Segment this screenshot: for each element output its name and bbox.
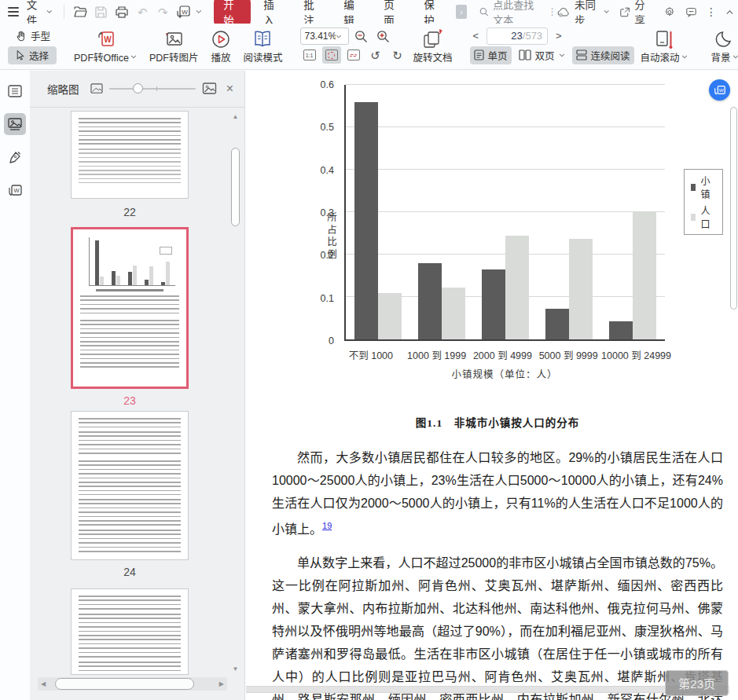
mini-chart xyxy=(89,237,175,286)
large-thumbnail-icon xyxy=(202,82,217,95)
feedback-icon[interactable] xyxy=(686,6,696,18)
pdf-to-office-label: PDF转Office xyxy=(74,49,129,64)
thumbnail-panel-icon[interactable] xyxy=(4,113,26,135)
reading-mode-label: 阅读模式 xyxy=(243,49,282,64)
previous-page-button[interactable]: < xyxy=(470,30,483,42)
fit-page-button[interactable] xyxy=(322,46,341,64)
svg-text:W: W xyxy=(13,187,20,194)
undo-icon[interactable]: ↶ xyxy=(134,2,151,21)
sidebar-horizontal-scrollbar[interactable]: ◀ ▶ xyxy=(38,677,227,691)
chevron-down-icon[interactable] xyxy=(196,9,202,14)
thumbnail-page-23[interactable] xyxy=(71,227,189,389)
hand-tool-button[interactable]: 手型 xyxy=(8,27,57,45)
share-icon[interactable] xyxy=(620,6,630,18)
search-box[interactable]: 点此查找文本 ⋮ xyxy=(479,0,557,27)
auto-scroll-button[interactable]: 自动滚动 xyxy=(634,25,694,66)
chart-bar xyxy=(633,212,656,339)
legend-marker xyxy=(691,214,696,221)
print-icon[interactable] xyxy=(113,2,130,21)
more-options-icon[interactable]: ⋮ xyxy=(706,6,717,17)
play-button[interactable]: 播放 xyxy=(204,25,237,66)
double-page-button[interactable]: 双页 xyxy=(515,46,569,64)
fit-width-button[interactable] xyxy=(344,46,363,64)
chart-xlabels: 不到 10001000 到 19992000 到 49995000 到 9999… xyxy=(338,347,671,362)
y-tick-label: 0.4 xyxy=(321,165,334,176)
collapse-ribbon-icon[interactable] xyxy=(726,9,733,15)
zoom-level-input[interactable] xyxy=(301,31,336,42)
more-tabs-button[interactable]: › xyxy=(456,5,467,19)
svg-text:W: W xyxy=(718,87,723,93)
thumbnail-page-22[interactable] xyxy=(71,111,189,199)
redo-icon[interactable]: ↷ xyxy=(154,2,171,21)
figure-caption: 图1.1 非城市小镇按人口的分布 xyxy=(272,414,723,430)
scroll-right-icon[interactable]: ▶ xyxy=(219,680,224,687)
select-tool-button[interactable]: 选择 xyxy=(8,46,57,64)
document-scrollbar-thumb[interactable] xyxy=(730,107,737,310)
search-options-icon[interactable]: ⋮ xyxy=(548,7,557,16)
thumbnail-size-slider[interactable] xyxy=(109,88,196,90)
app-window: 文件 ↶ ↷ W 开始 插入 批注 编辑 页面 保护 › 点此查找文本 ⋮ xyxy=(0,0,738,700)
chart-bar xyxy=(378,293,402,339)
rotate-document-button[interactable]: 旋转文档 xyxy=(407,25,459,66)
actual-size-button[interactable]: 1:1 xyxy=(300,46,319,64)
open-folder-icon[interactable] xyxy=(72,2,90,21)
bar-group xyxy=(601,85,665,339)
zoom-out-button[interactable] xyxy=(352,27,371,45)
outline-panel-icon[interactable] xyxy=(4,80,26,102)
single-page-button[interactable]: 单页 xyxy=(470,46,512,64)
to-word-panel-icon[interactable]: W xyxy=(4,179,26,201)
sidebar-title: 缩略图 xyxy=(47,81,79,97)
pdf-to-image-icon xyxy=(163,28,184,49)
pdf-to-office-button[interactable]: W PDF转Office xyxy=(68,25,143,66)
thumbnail-label-23: 23 xyxy=(71,394,189,407)
page-number-box[interactable]: /573 xyxy=(486,27,548,45)
chevron-down-icon[interactable] xyxy=(336,35,342,38)
mini-bar-group xyxy=(95,237,104,285)
legend-marker xyxy=(691,184,696,191)
reading-mode-button[interactable]: 阅读模式 xyxy=(237,25,288,66)
footnote-link[interactable]: 19 xyxy=(322,521,332,530)
scroll-left-icon[interactable]: ◀ xyxy=(41,680,46,687)
chart-bar xyxy=(545,309,569,339)
page-number-input[interactable] xyxy=(502,30,523,42)
convert-to-word-float-button[interactable]: W xyxy=(709,79,730,101)
continuous-reading-button[interactable]: 连续阅读 xyxy=(572,46,634,64)
chart-plot: 小镇人口 xyxy=(344,85,665,341)
save-icon[interactable] xyxy=(93,2,110,21)
zoom-in-button[interactable] xyxy=(374,27,393,45)
chevron-down-icon[interactable] xyxy=(604,9,609,14)
slider-handle[interactable] xyxy=(133,83,143,93)
export-word-icon[interactable]: W xyxy=(174,2,192,21)
rotate-document-icon xyxy=(421,28,445,49)
chevron-down-icon xyxy=(46,9,53,14)
pdf-to-image-button[interactable]: PDF转图片 xyxy=(143,25,205,66)
page-gap xyxy=(246,686,729,693)
close-sidebar-icon[interactable]: × xyxy=(226,82,233,96)
main-menu-icon[interactable] xyxy=(8,7,19,16)
thumbnail-page-25[interactable] xyxy=(71,588,189,675)
zoom-level-combobox[interactable] xyxy=(300,27,349,45)
scroll-down-icon[interactable]: ▼ xyxy=(233,665,239,673)
rotate-document-label: 旋转文档 xyxy=(413,49,453,64)
gear-icon[interactable] xyxy=(664,5,675,19)
mini-chart-bar xyxy=(116,276,120,285)
double-page-icon xyxy=(519,49,531,60)
background-button[interactable]: 背景 xyxy=(705,25,738,66)
page-total-label: /573 xyxy=(523,30,542,42)
next-page-button[interactable]: > xyxy=(553,30,565,42)
sidebar-scrollbar-thumb[interactable] xyxy=(231,148,240,226)
pdf-to-word-icon: W xyxy=(95,28,116,49)
scroll-up-icon[interactable]: ▲ xyxy=(233,113,239,121)
chart-bar xyxy=(354,102,378,339)
rotate-right-icon[interactable]: ↻ xyxy=(388,46,407,64)
legend-label: 小镇 xyxy=(701,174,714,200)
thumbnail-page-24[interactable] xyxy=(71,411,189,560)
sidebar-hscrollbar-thumb[interactable] xyxy=(55,678,194,690)
cloud-sync-icon[interactable] xyxy=(557,6,570,18)
page-number-badge: 第23页 xyxy=(665,670,729,696)
paragraph-2: 单从数字上来看，人口不超过25000的非市区小城镇占全国市镇总数的75%。这一比… xyxy=(272,552,723,700)
mini-bar-group xyxy=(112,237,120,285)
signature-panel-icon[interactable] xyxy=(4,146,26,168)
rotate-left-icon[interactable]: ↺ xyxy=(366,46,385,64)
sidebar-vertical-scrollbar[interactable]: ▲ ▼ xyxy=(230,113,240,673)
